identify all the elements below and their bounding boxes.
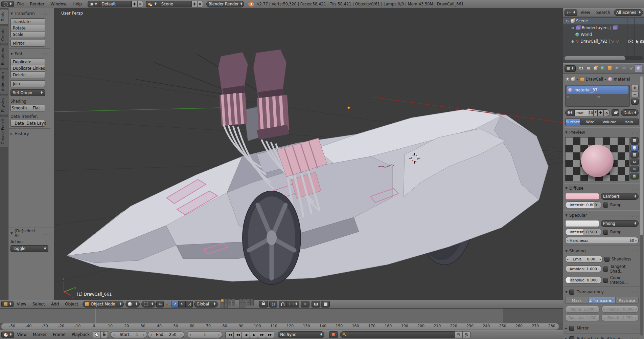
- preview-range-button[interactable]: [93, 331, 101, 338]
- timeline-scrub-area[interactable]: [0, 308, 563, 323]
- tab-modifiers[interactable]: ⚙: [620, 64, 627, 72]
- preview-monkey-button[interactable]: ω: [630, 158, 639, 165]
- pivot-point-select[interactable]: ▲▼: [141, 301, 156, 308]
- properties-scrollbar-thumb[interactable]: [640, 76, 643, 235]
- layer-cell[interactable]: [247, 302, 250, 305]
- prev-keyframe-button[interactable]: ◀◀: [233, 331, 242, 338]
- ruler-tick[interactable]: 160: [352, 324, 359, 328]
- ruler-tick[interactable]: -40: [25, 324, 31, 328]
- ruler-tick[interactable]: 230: [466, 324, 474, 328]
- outliner-row-world[interactable]: World: [563, 31, 644, 38]
- rotate-button[interactable]: Rotate: [10, 25, 45, 31]
- ruler-tick[interactable]: 240: [483, 324, 490, 328]
- ruler-tick[interactable]: 140: [319, 324, 326, 328]
- pivot-center-points-button[interactable]: ↔: [156, 301, 164, 308]
- renderability-camera-icon[interactable]: [640, 40, 644, 43]
- ruler-tick[interactable]: 10: [108, 324, 113, 328]
- expand-icon[interactable]: ⊕: [571, 40, 575, 43]
- collapse-icon[interactable]: ⊖: [565, 19, 569, 23]
- tab-physics[interactable]: Physics: [0, 95, 8, 115]
- emit-field[interactable]: ◂Emit:0.00▸: [565, 256, 603, 262]
- specular-hardness-field[interactable]: ◂Hardness:50▸: [565, 237, 639, 244]
- remove-slot-button[interactable]: ━: [631, 92, 639, 98]
- layer-cell[interactable]: [228, 299, 231, 302]
- outliner-row-drawcall[interactable]: ⊕ ▽ DrawCall_792 | ▽ ▽: [563, 38, 644, 45]
- breadcrumb-object[interactable]: DrawCall: [586, 77, 603, 82]
- material-users-button[interactable]: 10: [588, 109, 594, 116]
- shading-panel-header[interactable]: ▼Shading::::: [565, 248, 639, 254]
- auto-keyframe-button[interactable]: [329, 331, 338, 338]
- redo-panel-header[interactable]: ▼(De)select All::::: [10, 230, 50, 237]
- material-slot-selected[interactable]: material_37: [567, 86, 628, 94]
- jump-to-end-button[interactable]: ▶▶|: [266, 331, 274, 338]
- diffuse-color-swatch[interactable]: [565, 193, 599, 200]
- menu-file[interactable]: File: [14, 2, 27, 6]
- proportional-edit-button[interactable]: ◎: [269, 301, 277, 308]
- shade-flat-button[interactable]: Flat: [28, 105, 45, 111]
- transform-orientation-select[interactable]: Global▲▼: [194, 301, 218, 308]
- opengl-render-still-button[interactable]: [312, 301, 320, 308]
- properties-scrollbar[interactable]: [640, 76, 643, 336]
- viewport-shading-select[interactable]: ▲▼: [125, 301, 140, 308]
- ruler-tick[interactable]: 210: [434, 324, 441, 328]
- translate-button[interactable]: Translate: [10, 18, 45, 25]
- menu-outliner-view[interactable]: View: [577, 10, 593, 15]
- mode-select[interactable]: Object Mode▲▼: [83, 301, 124, 308]
- ruler-tick[interactable]: 0: [93, 324, 95, 328]
- add-layout-button[interactable]: ✚: [132, 1, 137, 7]
- diffuse-intensity-slider[interactable]: Intensit:0.800: [565, 202, 601, 208]
- tab-scene[interactable]: [592, 64, 599, 72]
- ambient-slider[interactable]: Ambien:1.000: [565, 266, 601, 272]
- layer-cell[interactable]: [232, 302, 235, 305]
- scale-button[interactable]: Scale: [10, 31, 45, 38]
- renderlayer-toggle-icon[interactable]: [613, 26, 617, 30]
- tab-constraints[interactable]: ∞: [613, 64, 620, 72]
- diffuse-ramp-checkbox[interactable]: [603, 203, 608, 208]
- tab-tools[interactable]: Tools: [0, 9, 8, 24]
- manipulator-scale-button[interactable]: ◿: [185, 301, 193, 308]
- set-origin-select[interactable]: Set Origin▲▼: [10, 89, 45, 96]
- specular-color-swatch[interactable]: [565, 220, 599, 227]
- expand-icon[interactable]: ⊕: [571, 26, 575, 30]
- manipulator-translate-button[interactable]: ↗: [171, 301, 179, 308]
- lock-range-button[interactable]: [100, 331, 108, 338]
- layer-cell[interactable]: [243, 302, 246, 305]
- tab-material[interactable]: [635, 64, 642, 72]
- tab-object-data[interactable]: ▽: [627, 64, 635, 72]
- action-select[interactable]: Toggle▲▼: [10, 245, 48, 252]
- outliner-row-renderlayers[interactable]: ⊕ RenderLayers |: [563, 24, 644, 31]
- use-nodes-button[interactable]: [612, 109, 619, 116]
- ruler-tick[interactable]: -20: [58, 324, 64, 328]
- tab-grease-pencil[interactable]: Grease Pencil: [0, 116, 8, 147]
- cubic-interp-checkbox[interactable]: [603, 278, 608, 283]
- menu-tl-playback[interactable]: Playback: [69, 332, 93, 337]
- lock-to-scene-button[interactable]: [259, 301, 268, 308]
- preview-flat-button[interactable]: [630, 137, 639, 144]
- preview-sphere-button[interactable]: [630, 144, 639, 151]
- ruler-tick[interactable]: 220: [450, 324, 457, 328]
- wire-tab[interactable]: Wire: [580, 119, 600, 125]
- ruler-tick[interactable]: 70: [206, 324, 211, 328]
- outliner-display-select[interactable]: All Scenes▲▼: [614, 9, 643, 16]
- delete-keyframe-button[interactable]: [462, 331, 470, 338]
- raytrace-mode-button[interactable]: Raytrace: [615, 297, 639, 304]
- ruler-tick[interactable]: -30: [42, 324, 48, 328]
- editor-type-3dview-button[interactable]: ▲▼: [1, 301, 14, 307]
- ruler-tick[interactable]: 150: [336, 324, 343, 328]
- ruler-tick[interactable]: 90: [239, 324, 244, 328]
- ruler-tick[interactable]: 110: [270, 324, 277, 328]
- new-material-button[interactable]: ✚: [597, 109, 604, 116]
- scene-name[interactable]: Scene: [159, 1, 191, 7]
- ztransparency-mode-button[interactable]: Z Transpare...: [588, 297, 616, 304]
- snap-magnet-button[interactable]: [279, 301, 287, 308]
- current-frame-field[interactable]: ◂1▸: [187, 331, 222, 338]
- delete-button[interactable]: Delete: [10, 71, 45, 78]
- layer-cell[interactable]: [243, 299, 246, 302]
- breadcrumb-material[interactable]: material: [614, 77, 630, 82]
- ruler-tick[interactable]: 250: [499, 324, 506, 328]
- snap-grid-button[interactable]: ⌗: [301, 301, 309, 308]
- specular-ramp-checkbox[interactable]: [603, 230, 608, 235]
- halo-tab[interactable]: Halo: [619, 119, 639, 125]
- add-slot-button[interactable]: ✚: [631, 85, 639, 91]
- layer-cell[interactable]: [224, 299, 228, 302]
